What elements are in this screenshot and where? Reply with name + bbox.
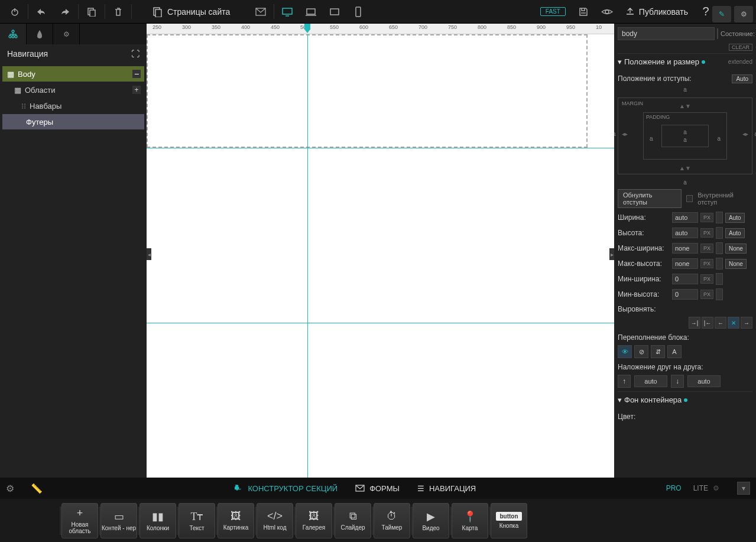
- nav-tree: ▦Body − ▦Области + ⁝⁝Навбары Футеры: [0, 63, 147, 132]
- width-input[interactable]: [672, 212, 698, 223]
- section-position[interactable]: ▾Положение и размер extended: [618, 53, 752, 70]
- svg-point-17: [15, 35, 17, 38]
- height-input[interactable]: [672, 228, 698, 238]
- tree-navbars[interactable]: ⁝⁝Навбары: [2, 98, 144, 113]
- bottom-dropdown[interactable]: ▾: [737, 482, 750, 495]
- align-5[interactable]: →: [741, 317, 752, 329]
- ruler-marker[interactable]: [304, 24, 310, 33]
- widget-slider[interactable]: ⧉Слайдер: [335, 503, 371, 538]
- nav-expand-icon[interactable]: ⛶: [131, 49, 139, 59]
- svg-rect-3: [90, 10, 95, 17]
- align-4[interactable]: ✕: [728, 317, 739, 329]
- bottom-gear-icon[interactable]: ⚙: [6, 483, 14, 494]
- zindex-input[interactable]: [634, 375, 667, 387]
- selector-input[interactable]: [618, 27, 715, 40]
- tab-forms[interactable]: ФОРМЫ: [355, 483, 400, 494]
- svg-point-16: [12, 35, 14, 38]
- widget-timer[interactable]: ⏱Таймер: [374, 503, 410, 538]
- tree-footers[interactable]: Футеры: [2, 114, 144, 129]
- redo-icon[interactable]: [53, 1, 77, 23]
- tablet-icon[interactable]: [323, 1, 346, 23]
- state-label: Состояние:: [721, 30, 755, 37]
- tab-styles[interactable]: [27, 24, 53, 44]
- button-icon: button: [496, 512, 521, 521]
- stack-down[interactable]: ↓: [671, 375, 684, 388]
- maxw-none[interactable]: None: [725, 244, 747, 254]
- maxh-none[interactable]: None: [725, 259, 747, 269]
- trash-icon[interactable]: [106, 1, 130, 23]
- overflow-visible[interactable]: 👁: [618, 345, 632, 358]
- maxh-input[interactable]: [672, 258, 698, 269]
- align-1[interactable]: →|: [689, 317, 700, 329]
- mobile-icon[interactable]: [346, 1, 370, 23]
- collapse-icon[interactable]: −: [132, 70, 141, 78]
- widget-text[interactable]: TᴛТекст: [179, 503, 215, 538]
- publish-button[interactable]: Публиковать: [619, 7, 694, 17]
- inner-padding-checkbox[interactable]: [686, 195, 693, 202]
- widget-video[interactable]: ▶Видео: [413, 503, 449, 538]
- widget-html[interactable]: </>Html код: [257, 503, 293, 538]
- undo-icon[interactable]: [30, 1, 53, 23]
- position-label: Положение и отступы: Auto: [618, 74, 752, 83]
- widget-gallery[interactable]: 🖼Галерея: [296, 503, 332, 538]
- widget-area[interactable]: +Новая область: [61, 503, 98, 538]
- auto-button[interactable]: Auto: [732, 74, 752, 83]
- save-icon[interactable]: [572, 1, 595, 23]
- section-background[interactable]: ▾Фон контейнера: [618, 391, 752, 408]
- pro-button[interactable]: PRO: [666, 484, 682, 492]
- box-model[interactable]: MARGIN a a ▲▼ ▲▼ ◂▸ ◂▸ PADDING a a a a: [618, 98, 752, 174]
- ruler-horizontal: 2503003504004505005506006507007508008509…: [147, 24, 614, 34]
- add-area-icon[interactable]: +: [132, 86, 141, 94]
- selector-grid-icon[interactable]: [717, 28, 718, 39]
- stack-up[interactable]: ↑: [618, 375, 631, 388]
- widget-button[interactable]: buttonКнопка: [491, 503, 527, 538]
- power-icon[interactable]: [3, 1, 27, 23]
- lite-gear-icon[interactable]: ⚙: [713, 484, 719, 492]
- code-icon: </>: [267, 510, 283, 522]
- minw-input[interactable]: [672, 274, 698, 284]
- puzzle-icon: [232, 483, 243, 494]
- canvas[interactable]: [147, 34, 614, 478]
- zindex-input2[interactable]: [687, 375, 721, 387]
- clear-button[interactable]: CLEAR: [729, 44, 752, 51]
- fast-badge[interactable]: FAST: [540, 7, 566, 16]
- maxw-input[interactable]: [672, 243, 698, 254]
- overflow-scroll[interactable]: ⇵: [651, 345, 665, 358]
- preview-icon[interactable]: [595, 1, 619, 23]
- height-auto[interactable]: Auto: [725, 228, 745, 238]
- copy-icon[interactable]: [80, 1, 103, 23]
- text-icon: Tᴛ: [191, 510, 203, 523]
- tab-navigation[interactable]: ☰ НАВИГАЦИЯ: [417, 483, 476, 494]
- svg-point-15: [9, 35, 11, 38]
- tab-constructor[interactable]: КОНСТРУКТОР СЕКЦИЙ: [232, 483, 338, 494]
- lite-button[interactable]: LITE: [693, 484, 708, 492]
- widget-map[interactable]: 📍Карта: [452, 503, 488, 538]
- tree-body[interactable]: ▦Body −: [2, 66, 144, 82]
- align-2[interactable]: |←: [702, 317, 713, 329]
- reset-padding-button[interactable]: Обнулить отступы: [618, 189, 682, 208]
- width-auto[interactable]: Auto: [725, 213, 745, 223]
- settings-icon[interactable]: ⚙: [734, 6, 753, 22]
- bottom-ruler-icon[interactable]: 📏: [31, 483, 43, 494]
- menu-icon: ☰: [417, 484, 424, 493]
- pages-button[interactable]: Страницы сайта: [145, 7, 237, 17]
- tab-structure[interactable]: [0, 24, 27, 44]
- widget-columns[interactable]: ▮▮Колонки: [139, 503, 176, 538]
- timer-icon: ⏱: [387, 510, 397, 522]
- columns-icon: ▮▮: [152, 510, 164, 523]
- tab-settings[interactable]: ⚙: [53, 24, 80, 44]
- toggle-left-panel[interactable]: ◂: [147, 248, 151, 260]
- overflow-auto[interactable]: A: [667, 345, 682, 358]
- overflow-hidden[interactable]: ⊘: [634, 345, 648, 358]
- laptop-icon[interactable]: [299, 1, 323, 23]
- minh-input[interactable]: [672, 289, 698, 300]
- align-3[interactable]: ←: [715, 317, 726, 329]
- toggle-right-panel[interactable]: ▸: [609, 248, 614, 260]
- brush-icon[interactable]: ✎: [712, 6, 731, 22]
- widget-image[interactable]: 🖼Картинка: [218, 503, 254, 538]
- desktop-icon[interactable]: [275, 1, 299, 23]
- tree-areas[interactable]: ▦Области +: [2, 82, 144, 98]
- widget-container[interactable]: ▭Контей - нер: [100, 503, 137, 538]
- canvas-selection: [147, 34, 588, 148]
- mail-icon[interactable]: [249, 1, 272, 23]
